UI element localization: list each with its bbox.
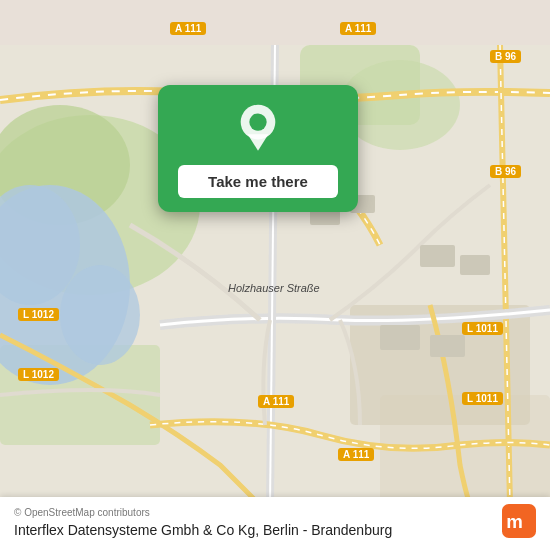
- moovit-logo: m: [502, 504, 536, 538]
- road-label-l1011-1: L 1011: [462, 322, 503, 335]
- road-label-a111-1: A 111: [170, 22, 206, 35]
- attribution-text: © OpenStreetMap contributors: [14, 507, 536, 518]
- svg-point-4: [340, 60, 460, 150]
- take-me-there-button[interactable]: Take me there: [178, 165, 338, 198]
- svg-point-10: [60, 265, 140, 365]
- bottom-bar: © OpenStreetMap contributors Interflex D…: [0, 497, 550, 550]
- moovit-icon: m: [502, 504, 536, 538]
- svg-rect-14: [460, 255, 490, 275]
- road-label-a111-2: A 111: [340, 22, 376, 35]
- svg-marker-19: [248, 134, 269, 150]
- svg-rect-16: [430, 335, 465, 357]
- road-label-a111-4: A 111: [338, 448, 374, 461]
- road-label-l1012-2: L 1012: [18, 368, 59, 381]
- svg-text:m: m: [506, 511, 523, 532]
- location-card: Take me there: [158, 85, 358, 212]
- map-container: A 111 A 111 B 96 B 96 L 1012 L 1012 L 10…: [0, 0, 550, 550]
- location-name-text: Interflex Datensysteme Gmbh & Co Kg, Ber…: [14, 522, 536, 538]
- pin-icon: [232, 103, 284, 155]
- road-label-l1011-2: L 1011: [462, 392, 503, 405]
- road-label-b96-1: B 96: [490, 50, 521, 63]
- street-name-label: Holzhauser Straße: [228, 282, 320, 294]
- map-background: [0, 0, 550, 550]
- road-label-a111-3: A 111: [258, 395, 294, 408]
- svg-point-18: [249, 113, 266, 130]
- svg-rect-15: [380, 325, 420, 350]
- road-label-b96-2: B 96: [490, 165, 521, 178]
- road-label-l1012-1: L 1012: [18, 308, 59, 321]
- svg-rect-13: [420, 245, 455, 267]
